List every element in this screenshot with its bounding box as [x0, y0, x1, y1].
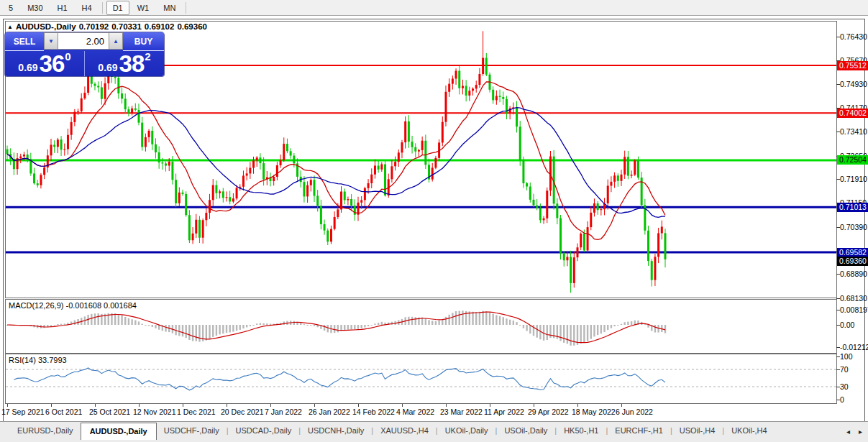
tabbar-scroll: ◂ ▸: [846, 428, 862, 436]
price-axis-label: 0.68130: [840, 294, 867, 303]
symbol-tab-usoil-daily[interactable]: USOil-,Daily: [497, 423, 554, 437]
toolbar-separator: [186, 2, 186, 14]
rsi-pane[interactable]: [5, 354, 837, 404]
level-price-chip: 0.72504: [837, 155, 868, 165]
date-axis-label: 6 Oct 2021: [45, 408, 82, 416]
ohlc-low: 0.69102: [145, 22, 175, 31]
date-axis-tick: [402, 404, 403, 407]
sell-price-small: 0.69: [18, 61, 37, 74]
rsi-axis-label: 70: [840, 365, 849, 374]
date-axis-label: 12 Nov 2021: [133, 408, 176, 416]
date-axis-tick: [95, 404, 96, 407]
date-axis-tick: [490, 404, 490, 407]
rsi-axis-label: 0: [840, 395, 844, 404]
date-axis-label: 29 Apr 2022: [528, 408, 569, 416]
chart-symbol-label: AUDUSD-,Daily: [16, 22, 76, 31]
price-axis-label: 0.73410: [840, 127, 867, 136]
timeframe-button-mn[interactable]: MN: [157, 1, 182, 15]
date-axis-tick: [7, 404, 8, 407]
ohlc-close: 0.69360: [177, 22, 207, 31]
date-axis-label: 20 Dec 2021: [221, 408, 264, 416]
level-price-chip: 0.71013: [837, 203, 868, 212]
volume-input[interactable]: [58, 32, 109, 50]
toolbar-separator: [102, 2, 103, 14]
date-axis-label: 1 Dec 2021: [177, 408, 216, 416]
symbol-tab-eurusd-daily[interactable]: EURUSD-,Daily: [10, 423, 81, 437]
trading-terminal-window: 5M30H1H4D1W1MN ▲AUDUSD-,Daily0.701920.70…: [0, 0, 868, 442]
date-axis-tick: [577, 404, 578, 407]
volume-increase-icon[interactable]: ▲: [109, 32, 123, 50]
buy-price-display[interactable]: 0.69 38 2: [85, 51, 164, 76]
timeframe-button-w1[interactable]: W1: [131, 1, 156, 15]
tabbar-scroll-left-icon[interactable]: ◂: [846, 428, 850, 436]
ohlc-high: 0.70331: [111, 22, 142, 31]
macd-axis-label: -0.01212: [840, 343, 868, 351]
symbol-tab-usdcad-daily[interactable]: USDCAD-,Daily: [229, 423, 299, 437]
symbol-tab-usdchf-daily[interactable]: USDCHF-,Daily: [157, 423, 227, 437]
date-axis-tick: [270, 404, 271, 407]
symbol-tab-usoil-h4[interactable]: USOil-,H4: [672, 423, 723, 437]
date-axis-label: 26 Jan 2022: [309, 408, 350, 416]
sell-button[interactable]: SELL: [5, 32, 44, 51]
symbol-tab-xauusd-h4[interactable]: XAUUSD-,H4: [373, 423, 436, 437]
symbol-tab-eurchf-h1[interactable]: EURCHF-,H1: [608, 423, 670, 437]
volume-stepper: ▼ ▲: [44, 32, 123, 48]
timeframe-button-d1[interactable]: D1: [106, 1, 129, 15]
macd-axis-label: 0.008197: [840, 305, 868, 314]
date-axis-tick: [534, 404, 534, 407]
macd-axis-label: 0.00: [840, 321, 854, 329]
date-axis-tick: [227, 404, 227, 407]
timeframe-button-h4[interactable]: H4: [76, 1, 99, 15]
rsi-label: RSI(14) 33.7993: [9, 356, 67, 364]
symbol-tabbar: EURUSD-,DailyAUDUSD-,DailyUSDCHF-,Daily|…: [0, 421, 868, 442]
price-axis-label: 0.68890: [840, 270, 867, 278]
buy-button[interactable]: BUY: [123, 32, 164, 51]
date-axis-label: 7 Jan 2022: [265, 408, 302, 416]
date-axis-label: 14 Feb 2022: [352, 408, 395, 416]
date-axis-tick: [358, 404, 359, 407]
date-axis-label: 25 Oct 2021: [89, 408, 130, 416]
date-axis-tick: [314, 404, 315, 407]
level-price-chip: 0.75512: [837, 61, 868, 70]
date-axis-tick: [621, 404, 622, 407]
rsi-axis-label: 100: [840, 352, 853, 361]
symbol-tab-audusd-daily[interactable]: AUDUSD-,Daily: [81, 423, 157, 440]
date-axis-label: 18 May 2022: [572, 408, 616, 416]
date-axis-tick: [139, 404, 140, 407]
buy-price-big: 38: [119, 54, 145, 74]
date-axis-label: 17 Sep 2021: [1, 408, 45, 416]
date-axis-label: 23 Mar 2022: [440, 408, 483, 416]
symbol-tab-ukoil-daily[interactable]: UKOil-,Daily: [438, 423, 495, 437]
price-axis-label: 0.70390: [840, 223, 867, 231]
timeframe-button-m30[interactable]: M30: [21, 1, 49, 15]
date-axis-tick: [183, 404, 183, 407]
buy-price-small: 0.69: [98, 61, 117, 74]
price-axis-label: 0.76430: [840, 32, 867, 41]
macd-label: MACD(12,26,9) -0.001608 0.001684: [9, 301, 137, 310]
date-axis-tick: [51, 404, 52, 407]
symbol-tab-hk50-h1[interactable]: HK50-,H1: [557, 423, 606, 437]
tabbar-scroll-right-icon[interactable]: ▸: [859, 428, 862, 436]
rsi-axis-label: 30: [840, 382, 849, 391]
level-price-chip: 0.69582: [837, 248, 868, 257]
one-click-trade-panel: SELL ▼ ▲ BUY 0.69 36 0 0.69 38 2: [5, 32, 164, 76]
timeframe-button-h1[interactable]: H1: [51, 1, 74, 15]
date-axis-label: 4 Mar 2022: [396, 408, 434, 416]
level-price-chip: 0.74002: [837, 109, 868, 118]
price-axis-label: 0.74930: [840, 80, 867, 88]
timeframe-button-5[interactable]: 5: [2, 1, 19, 15]
sell-price-display[interactable]: 0.69 36 0: [5, 51, 85, 76]
date-axis-label: 11 Apr 2022: [484, 408, 524, 416]
current-price-chip: 0.69360: [837, 257, 868, 266]
buy-price-sup: 2: [145, 52, 150, 61]
date-axis-label: 6 Jun 2022: [616, 408, 653, 416]
date-axis-tick: [446, 404, 447, 407]
sell-price-sup: 0: [65, 52, 70, 61]
collapse-panel-icon[interactable]: ▲: [7, 24, 13, 30]
symbol-tab-ukoil-h4[interactable]: UKOil-,H4: [724, 423, 775, 437]
sell-price-big: 36: [40, 54, 65, 74]
symbol-tab-usdcnh-daily[interactable]: USDCNH-,Daily: [301, 423, 371, 437]
price-axis-label: 0.71910: [840, 175, 867, 183]
volume-decrease-icon[interactable]: ▼: [44, 32, 58, 50]
timeframe-toolbar: 5M30H1H4D1W1MN: [0, 0, 868, 16]
